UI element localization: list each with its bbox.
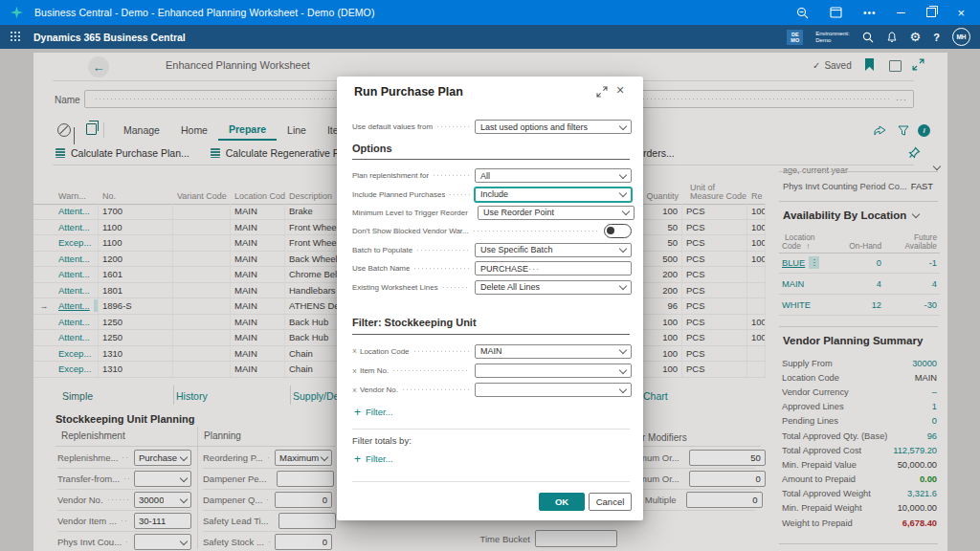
options-fields: Plan replenishment forAllInclude Planned… <box>352 166 632 297</box>
remove-filter-icon[interactable]: × <box>352 366 357 376</box>
chevron-down-icon <box>619 346 627 354</box>
select-field[interactable]: Delete All Lines <box>475 280 632 295</box>
filter-section-title: Filter: Stockkeeping Unit <box>352 317 477 328</box>
remove-filter-icon[interactable]: × <box>352 346 357 356</box>
chevron-down-icon <box>619 245 627 253</box>
remove-filter-icon[interactable]: × <box>352 386 357 395</box>
field-value: All <box>480 171 490 181</box>
field-value: Include <box>480 189 508 199</box>
field-label: Use Batch Name <box>352 264 410 273</box>
field-label: Batch to Populate <box>352 246 412 254</box>
cancel-button[interactable]: Cancel <box>589 493 632 511</box>
filter-totals-label: Filter totals by: <box>352 435 412 446</box>
close-window-icon[interactable]: × <box>957 7 965 19</box>
select-field[interactable]: Use Reorder Point <box>478 206 635 220</box>
tenant-badge[interactable]: DE MO <box>787 30 803 45</box>
filter-field-row: ×Location CodeMAIN <box>352 342 632 361</box>
app-launcher-icon[interactable] <box>11 32 21 42</box>
filter-label: Item No. <box>360 366 389 375</box>
select-field[interactable]: Include <box>475 187 632 202</box>
filter-label: Location Code <box>360 347 410 356</box>
chevron-down-icon <box>619 121 627 129</box>
run-purchase-plan-dialog: Run Purchase Plan × Use default values f… <box>337 77 643 520</box>
filter-field-row: ×Vendor No. <box>352 381 632 400</box>
toggle-knob <box>607 227 614 234</box>
default-values-select[interactable]: Last used options and filters <box>475 120 632 134</box>
ok-button[interactable]: OK <box>539 493 585 511</box>
filter-field-row: ×Item No. <box>352 361 632 380</box>
app-navbar: Dynamics 365 Business Central DE MO Envi… <box>0 25 980 49</box>
field-value: Use Reorder Point <box>483 208 554 217</box>
field-label: Don't Show Blocked Vendor War... <box>352 227 469 235</box>
dialog-field-row: Include Planned PurchasesInclude <box>352 185 632 203</box>
filter-select-field[interactable] <box>475 383 632 397</box>
help-icon[interactable]: ? <box>933 32 940 43</box>
chevron-down-icon <box>619 282 627 290</box>
filter-fields: ×Location CodeMAIN×Item No.×Vendor No. <box>352 342 632 400</box>
field-label: Plan replenishment for <box>352 171 429 180</box>
notifications-bell-icon[interactable] <box>886 32 898 43</box>
tenant-badge-line2: MO <box>791 37 799 43</box>
select-field[interactable]: All <box>475 168 632 183</box>
search-icon[interactable] <box>862 32 874 43</box>
options-section-title: Options <box>352 143 392 154</box>
environment-label: Environment:Demo <box>815 31 849 44</box>
field-value: PURCHASE <box>480 264 528 274</box>
chevron-down-icon <box>619 189 627 197</box>
field-label: Minimum Level to Trigger Reorder <box>352 209 468 217</box>
user-avatar[interactable]: MH <box>952 28 970 46</box>
open-in-window-icon[interactable] <box>830 7 842 18</box>
restore-window-icon[interactable] <box>926 8 936 17</box>
chevron-down-icon <box>622 208 630 215</box>
settings-gear-icon[interactable]: ⚙ <box>910 31 922 43</box>
business-central-logo-icon <box>11 7 23 19</box>
dialog-title: Run Purchase Plan <box>354 85 463 99</box>
dialog-field-row: Batch to PopulateUse Specific Batch <box>352 241 632 259</box>
minimize-icon[interactable] <box>897 12 905 13</box>
toggle-switch-off[interactable] <box>604 224 632 238</box>
add-filter-link[interactable]: +Filter... <box>354 407 393 417</box>
chevron-down-icon <box>619 170 627 178</box>
field-value: Use Specific Batch <box>480 245 553 254</box>
dialog-field-row: Use Batch NamePURCHASE··· <box>352 259 632 277</box>
select-field[interactable]: Use Specific Batch <box>475 243 632 257</box>
filter-label: Vendor No. <box>360 386 398 394</box>
default-values-label: Use default values from <box>352 122 433 131</box>
lookup-field[interactable]: PURCHASE··· <box>475 261 632 276</box>
add-totals-filter-link[interactable]: +Filter... <box>354 453 393 464</box>
field-label: Existing Worksheet Lines <box>352 283 438 292</box>
lookup-ellipsis-icon[interactable]: ··· <box>528 264 540 274</box>
default-values-row: Use default values from Last used option… <box>352 118 632 136</box>
expand-dialog-icon[interactable] <box>596 86 608 98</box>
field-label: Include Planned Purchases <box>352 190 445 199</box>
field-value: MAIN <box>480 346 502 356</box>
app-name: Dynamics 365 Business Central <box>33 32 186 43</box>
dialog-field-row: Minimum Level to Trigger ReorderUse Reor… <box>352 204 632 222</box>
zoom-out-icon[interactable] <box>796 7 809 19</box>
chevron-down-icon <box>619 386 627 393</box>
chevron-down-icon <box>619 365 627 373</box>
window-title: Business Central - Demo - Enhanced Plann… <box>34 7 374 18</box>
field-value: Delete All Lines <box>480 282 540 292</box>
dialog-field-row: Don't Show Blocked Vendor War... <box>352 222 632 240</box>
more-options-icon[interactable]: ••• <box>863 8 877 18</box>
close-dialog-icon[interactable]: × <box>616 82 624 98</box>
filter-select-field[interactable]: MAIN <box>475 344 632 359</box>
dialog-field-row: Existing Worksheet LinesDelete All Lines <box>352 277 632 296</box>
filter-select-field[interactable] <box>475 364 632 378</box>
window-titlebar: Business Central - Demo - Enhanced Plann… <box>0 0 980 25</box>
dialog-field-row: Plan replenishment forAll <box>352 166 632 185</box>
